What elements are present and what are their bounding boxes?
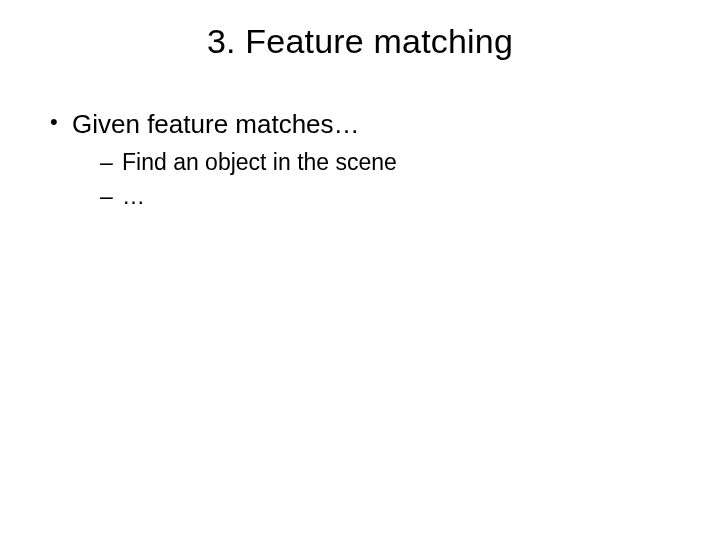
sub-list: Find an object in the scene … [72,146,672,212]
slide-title: 3. Feature matching [48,22,672,61]
sub-item-text: … [122,183,145,209]
slide-container: 3. Feature matching Given feature matche… [0,0,720,540]
bullet-item: Given feature matches… Find an object in… [48,107,672,212]
bullet-text: Given feature matches… [72,109,360,139]
sub-item: Find an object in the scene [72,146,672,178]
sub-item: … [72,180,672,212]
bullet-list: Given feature matches… Find an object in… [48,107,672,212]
sub-item-text: Find an object in the scene [122,149,397,175]
